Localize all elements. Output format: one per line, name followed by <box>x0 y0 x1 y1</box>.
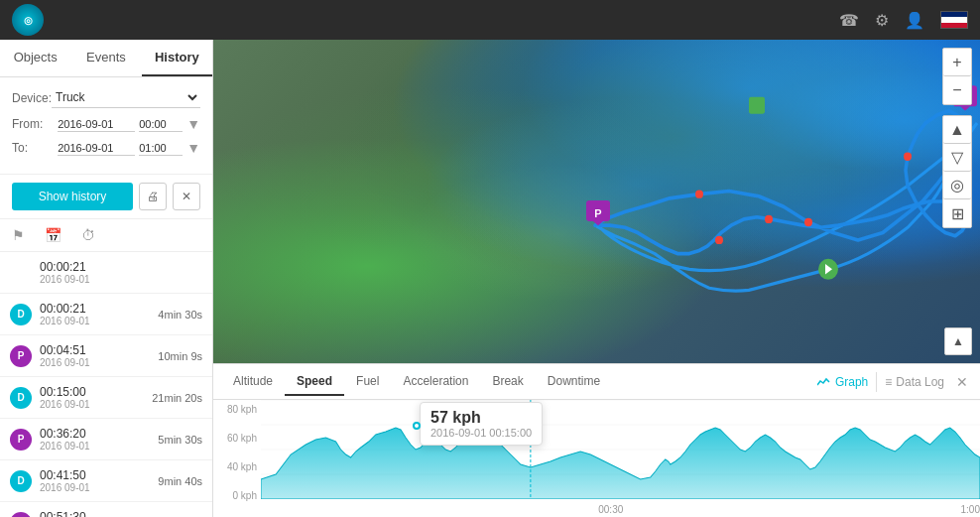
history-items: ⚑ 00:00:21 2016 09-01 D 00:00:21 2016 09… <box>0 252 212 517</box>
tab-history[interactable]: History <box>142 40 212 76</box>
main-area: Objects Events History Device: Truck Fro… <box>0 40 980 517</box>
history-item-duration: 21min 20s <box>152 392 202 404</box>
chart-y-label-40: 40 kph <box>217 461 257 472</box>
chart-body: 80 kph 60 kph 40 kph 0 kph <box>213 400 980 517</box>
history-badge-p: P <box>10 345 32 367</box>
chart-tab-downtime[interactable]: Downtime <box>536 368 612 396</box>
svg-point-8 <box>695 190 703 197</box>
chart-plot[interactable]: 57 kph 2016-09-01 00:15:00 <box>261 400 980 499</box>
chart-tab-altitude[interactable]: Altitude <box>221 368 285 396</box>
to-date-input[interactable] <box>58 140 135 156</box>
graph-line-icon <box>817 377 831 387</box>
chart-tooltip-dot <box>413 422 421 430</box>
history-item-date: 2016 09-01 <box>40 357 158 368</box>
user-icon[interactable]: 👤 <box>905 11 924 30</box>
history-badge-d: D <box>10 470 32 492</box>
history-item-time: 00:00:21 <box>40 302 158 316</box>
history-badge-d: D <box>10 304 32 325</box>
history-item[interactable]: P 00:51:30 2016 09-01 8min 30s <box>0 502 212 517</box>
history-item-date: 2016 09-01 <box>40 274 202 285</box>
device-label: Device: <box>12 91 52 105</box>
from-date-input[interactable] <box>58 116 135 132</box>
chart-y-labels: 80 kph 60 kph 40 kph 0 kph <box>213 400 261 517</box>
phone-icon[interactable]: ☎ <box>839 11 859 30</box>
from-label: From: <box>12 117 58 131</box>
history-item[interactable]: ⚑ 00:00:21 2016 09-01 <box>0 252 212 294</box>
history-item-info: 00:36:20 2016 09-01 <box>40 427 158 452</box>
map-controls: + − ▲ ▽ ◎ ⊞ <box>942 48 972 228</box>
zoom-in-button[interactable]: + <box>943 49 971 76</box>
tab-objects[interactable]: Objects <box>0 40 70 76</box>
history-badge-p: P <box>10 512 32 518</box>
sidebar-form: Device: Truck From: ▼ To: ▼ <box>0 77 212 175</box>
from-row: From: ▼ <box>12 116 200 132</box>
history-item-duration: 4min 30s <box>158 309 202 321</box>
navigation-controls: ▲ ▽ ◎ ⊞ <box>942 115 972 228</box>
chart-tabs: Altitude Speed Fuel Acceleration Break D… <box>213 364 980 400</box>
to-time-input[interactable] <box>139 140 183 156</box>
flag-icon[interactable] <box>940 11 968 29</box>
navigate-down-button[interactable]: ▽ <box>943 144 971 172</box>
history-item[interactable]: D 00:00:21 2016 09-01 4min 30s <box>0 294 212 335</box>
show-history-row: Show history 🖨 ✕ <box>0 175 212 219</box>
history-item-time: 00:00:21 <box>40 260 202 274</box>
map-and-chart: P P <box>213 40 980 517</box>
svg-point-9 <box>804 218 812 226</box>
close-button[interactable]: ✕ <box>173 183 200 210</box>
settings-icon[interactable]: ⚙ <box>875 11 889 30</box>
history-item[interactable]: D 00:15:00 2016 09-01 21min 20s <box>0 377 212 419</box>
chart-x-label-30: 00:30 <box>598 504 623 515</box>
history-item-date: 2016 09-01 <box>40 399 152 410</box>
chart-svg <box>261 400 980 499</box>
chart-close-button[interactable]: ✕ <box>952 374 972 390</box>
history-item-info: 00:00:21 2016 09-01 <box>40 260 202 285</box>
from-time-input[interactable] <box>139 116 183 132</box>
history-badge-p: P <box>10 429 32 451</box>
device-select[interactable]: Truck <box>52 87 200 108</box>
chart-graph-button[interactable]: Graph <box>809 371 876 393</box>
history-item-info: 00:04:51 2016 09-01 <box>40 343 158 368</box>
print-button[interactable]: 🖨 <box>139 183 167 210</box>
to-row: To: ▼ <box>12 140 200 156</box>
history-item[interactable]: P 00:04:51 2016 09-01 10min 9s <box>0 335 212 377</box>
map-scroll-button[interactable]: ▲ <box>944 327 972 355</box>
history-item-date: 2016 09-01 <box>40 441 158 452</box>
map-background: P P <box>213 40 980 363</box>
zoom-out-button[interactable]: − <box>943 76 971 104</box>
chart-tab-fuel[interactable]: Fuel <box>344 368 391 396</box>
location-button[interactable]: ◎ <box>943 172 971 199</box>
tab-events[interactable]: Events <box>70 40 141 76</box>
route-start-marker <box>749 97 765 114</box>
chart-x-labels: 00:30 1:00 <box>261 504 980 517</box>
chart-datalog-button[interactable]: ≡ Data Log <box>877 371 952 393</box>
chart-y-label-80: 80 kph <box>217 404 257 415</box>
history-item-duration: 5min 30s <box>158 434 202 446</box>
datalog-label: Data Log <box>896 375 944 389</box>
history-item-duration: 10min 9s <box>158 350 202 362</box>
calendar-header-icon: 📅 <box>45 227 61 243</box>
chart-tab-speed[interactable]: Speed <box>285 368 344 396</box>
history-item-time: 00:04:51 <box>40 343 158 357</box>
datalog-icon: ≡ <box>885 375 892 389</box>
history-item[interactable]: D 00:41:50 2016 09-01 9min 40s <box>0 460 212 502</box>
show-history-button[interactable]: Show history <box>12 183 133 210</box>
layers-button[interactable]: ⊞ <box>943 199 971 227</box>
device-row: Device: Truck <box>12 87 200 108</box>
history-item[interactable]: P 00:36:20 2016 09-01 5min 30s <box>0 419 212 460</box>
logo-icon[interactable]: ◎ <box>12 4 44 36</box>
zoom-controls: + − <box>942 48 972 105</box>
clock-header-icon: ⏱ <box>81 227 95 243</box>
graph-label: Graph <box>835 375 868 389</box>
chart-tab-break[interactable]: Break <box>480 368 535 396</box>
history-item-time: 00:51:30 <box>40 510 158 517</box>
history-item-duration: 9min 40s <box>158 475 202 487</box>
sidebar: Objects Events History Device: Truck Fro… <box>0 40 213 517</box>
navigate-button[interactable]: ▲ <box>943 116 971 144</box>
map-container[interactable]: P P <box>213 40 980 363</box>
svg-point-11 <box>715 236 723 244</box>
flag-header-icon: ⚑ <box>12 227 25 243</box>
to-inputs: ▼ <box>58 140 200 156</box>
map-route-svg: P P <box>213 40 980 363</box>
chart-tab-acceleration[interactable]: Acceleration <box>391 368 480 396</box>
chart-x-label-60: 1:00 <box>961 504 980 515</box>
